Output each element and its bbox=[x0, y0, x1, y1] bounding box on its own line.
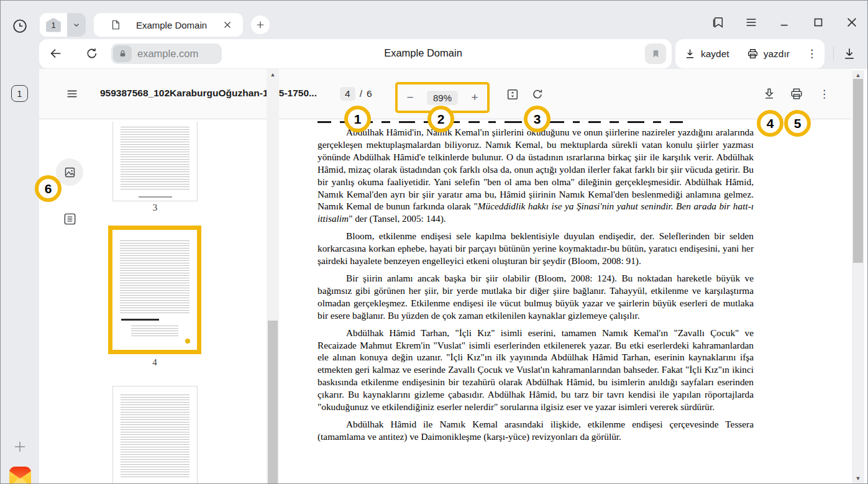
tab-title: Example Domain bbox=[121, 20, 222, 30]
thumbnails-view-button[interactable] bbox=[56, 158, 83, 186]
page-separator: / bbox=[360, 88, 362, 99]
pdf-viewer: 959387568_102KaraburguOğuzhan-1745-1750.… bbox=[39, 69, 867, 483]
annotation-circle-6: 6 bbox=[35, 175, 62, 202]
browser-menu-icon[interactable] bbox=[744, 16, 758, 29]
tab-close-icon[interactable] bbox=[222, 19, 233, 30]
reload-button[interactable] bbox=[85, 47, 99, 60]
document-paragraph: Abdülhak Hâmid Tarhan, "İçli Kız" isimli… bbox=[318, 327, 754, 413]
tab-group-chip[interactable]: 1 bbox=[40, 13, 86, 37]
scrollbar-thumb[interactable] bbox=[853, 79, 863, 263]
browser-side-rail: 1 ••• bbox=[1, 38, 39, 483]
pdf-sidebar-toggle-icon[interactable] bbox=[65, 87, 79, 101]
downloads-icon[interactable] bbox=[843, 47, 856, 60]
browser-window: 1 Example Domain bbox=[0, 0, 868, 484]
current-page-field[interactable]: 4 bbox=[340, 87, 355, 101]
thumbnail-label-3: 3 bbox=[112, 203, 198, 213]
thumbnail-page-4-selected[interactable] bbox=[108, 226, 201, 354]
page-actions-more-button[interactable]: ⋮ bbox=[798, 47, 825, 60]
thumbnail-underline-detail bbox=[121, 319, 159, 321]
pdf-page-content: Abdülhak Hâmid'in, Namık Kemal'ın şiirle… bbox=[280, 120, 845, 483]
outline-view-button[interactable] bbox=[63, 212, 77, 226]
document-scrollbar[interactable]: ▲ ▼ bbox=[852, 70, 864, 483]
document-paragraph: Bloom, etkilenme endişesi sele kapılma b… bbox=[318, 230, 754, 267]
document-paragraph: Bir şiirin anlamı ancak başka bir şiir o… bbox=[318, 272, 754, 322]
scroll-up-icon[interactable]: ▲ bbox=[267, 71, 279, 78]
plus-icon bbox=[12, 439, 27, 454]
pdf-download-icon[interactable] bbox=[762, 87, 776, 101]
download-icon bbox=[684, 48, 696, 60]
pdf-more-button[interactable]: ⋮ bbox=[819, 88, 829, 101]
url-text: example.com bbox=[137, 48, 198, 60]
print-button[interactable]: yazdır bbox=[738, 39, 798, 68]
scroll-down-icon[interactable]: ▼ bbox=[852, 475, 864, 482]
close-window-button[interactable] bbox=[845, 16, 859, 29]
annotation-circle-5: 5 bbox=[784, 110, 811, 137]
zoom-out-button[interactable]: − bbox=[404, 91, 416, 104]
page-counter[interactable]: 4 / 6 bbox=[340, 87, 372, 101]
titlebar: 1 Example Domain bbox=[1, 1, 867, 38]
image-icon bbox=[63, 166, 76, 179]
page-actions-card: kaydet yazdır ⋮ bbox=[675, 39, 825, 68]
print-label: yazdır bbox=[764, 48, 790, 60]
chevron-down-icon bbox=[72, 21, 81, 29]
save-button[interactable]: kaydet bbox=[675, 39, 738, 68]
document-paragraph: Abdülhak Hâmid'in, Namık Kemal'ın şiirle… bbox=[318, 126, 754, 225]
lock-icon[interactable] bbox=[113, 45, 132, 62]
tab-group-count[interactable]: 1 bbox=[40, 13, 67, 37]
pdf-filename: 959387568_102KaraburguOğuzhan-1745-1750.… bbox=[100, 88, 317, 99]
fit-to-page-icon[interactable] bbox=[506, 88, 519, 101]
thumbnail-scrollbar[interactable]: ▲ bbox=[267, 69, 279, 483]
annotation-circle-4: 4 bbox=[757, 110, 783, 137]
zoom-level[interactable]: 89% bbox=[427, 91, 458, 105]
annotation-circle-1: 1 bbox=[344, 106, 371, 132]
scroll-up-icon[interactable]: ▲ bbox=[852, 72, 864, 78]
rail-add-button[interactable] bbox=[11, 438, 29, 455]
minimize-button[interactable] bbox=[778, 16, 792, 29]
save-label: kaydet bbox=[701, 48, 729, 60]
tab-group-expander[interactable] bbox=[67, 13, 86, 37]
divider bbox=[833, 47, 834, 60]
printer-icon bbox=[747, 48, 759, 60]
document-text: Abdülhak Hâmid'in, Namık Kemal'ın şiirle… bbox=[318, 126, 754, 448]
new-tab-button[interactable] bbox=[251, 16, 270, 34]
thumbnail-label-4: 4 bbox=[108, 357, 201, 368]
thumbnail-page-5[interactable] bbox=[112, 386, 198, 484]
zoom-in-button[interactable]: + bbox=[468, 91, 481, 104]
thumbnail-page-3[interactable] bbox=[112, 122, 198, 201]
maximize-button[interactable] bbox=[811, 16, 825, 29]
plus-icon bbox=[255, 20, 265, 30]
bookmarks-panel-icon[interactable] bbox=[711, 16, 724, 29]
workspace-badge[interactable]: 1 bbox=[11, 85, 28, 102]
page-doc-icon bbox=[110, 19, 121, 30]
thumbnail-logo-dot bbox=[185, 339, 190, 344]
history-clock-icon[interactable] bbox=[12, 18, 28, 34]
url-field[interactable]: example.com bbox=[111, 43, 222, 64]
bookmark-flag-icon[interactable] bbox=[645, 43, 666, 64]
rotate-icon[interactable] bbox=[531, 88, 544, 101]
document-paragraph: Abdülhak Hâmid ile Namık Kemal arasındak… bbox=[318, 418, 754, 443]
annotation-circle-2: 2 bbox=[427, 106, 454, 132]
pdf-print-icon[interactable] bbox=[790, 87, 803, 101]
tab-group-badge: 1 bbox=[46, 18, 61, 32]
yandex-mail-icon[interactable] bbox=[9, 467, 31, 484]
page-title: Example Domain bbox=[299, 47, 547, 59]
annotation-circle-3: 3 bbox=[524, 106, 550, 132]
scrollbar-thumb[interactable] bbox=[268, 321, 278, 483]
total-pages: 6 bbox=[367, 88, 372, 99]
browser-tab[interactable]: Example Domain bbox=[94, 13, 243, 37]
list-icon bbox=[63, 212, 77, 226]
back-button[interactable] bbox=[49, 47, 63, 60]
